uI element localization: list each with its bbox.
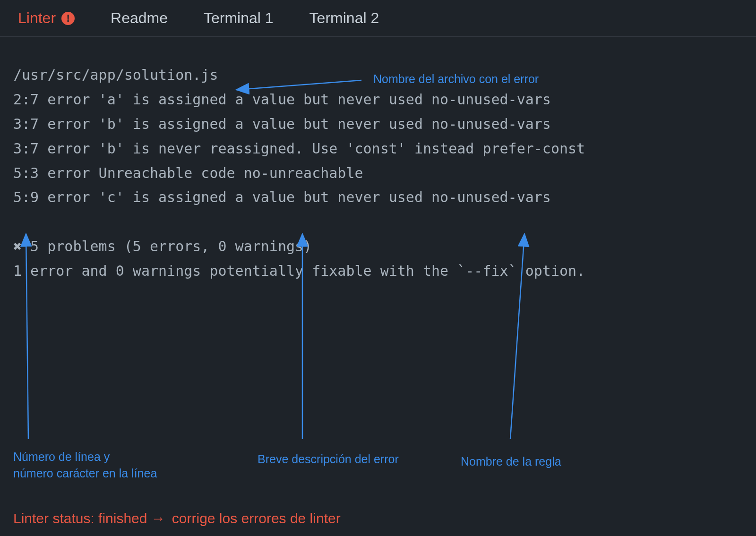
lint-error-line: 3:7 error 'b' is never reassigned. Use '…	[13, 136, 743, 161]
tab-label: Terminal 1	[204, 9, 274, 27]
tab-terminal-2[interactable]: Terminal 2	[292, 0, 397, 36]
file-path: /usr/src/app/solution.js	[13, 63, 743, 87]
lint-error-line: 3:7 error 'b' is assigned a value but ne…	[13, 112, 743, 136]
tab-bar: Linter ! Readme Terminal 1 Terminal 2	[0, 0, 756, 37]
annotation-position: Número de línea y número carácter en la …	[13, 449, 157, 482]
tab-terminal-1[interactable]: Terminal 1	[186, 0, 292, 36]
summary-block: ✖ 5 problems (5 errors, 0 warnings) 1 er…	[13, 234, 743, 283]
tab-label: Linter	[18, 9, 56, 27]
summary-fixable: 1 error and 0 warnings potentially fixab…	[13, 259, 743, 283]
linter-output: /usr/src/app/solution.js 2:7 error 'a' i…	[0, 37, 756, 283]
status-bar: Linter status: finished → corrige los er…	[13, 510, 341, 527]
tab-label: Terminal 2	[309, 9, 379, 27]
error-badge-icon: !	[61, 12, 75, 25]
lint-error-line: 5:9 error 'c' is assigned a value but ne…	[13, 185, 743, 210]
annotation-rule: Nombre de la regla	[461, 453, 561, 470]
lint-error-list: 2:7 error 'a' is assigned a value but ne…	[13, 87, 743, 210]
lint-error-line: 5:3 error Unreachable code no-unreachabl…	[13, 161, 743, 186]
linter-status: Linter status: finished →	[13, 510, 165, 527]
tab-linter[interactable]: Linter !	[0, 0, 93, 36]
tab-readme[interactable]: Readme	[93, 0, 186, 36]
linter-status-note: corrige los errores de linter	[172, 510, 341, 527]
annotation-description: Breve descripción del error	[258, 451, 399, 468]
summary-problems: ✖ 5 problems (5 errors, 0 warnings)	[13, 234, 743, 259]
tab-label: Readme	[111, 9, 168, 27]
lint-error-line: 2:7 error 'a' is assigned a value but ne…	[13, 87, 743, 112]
